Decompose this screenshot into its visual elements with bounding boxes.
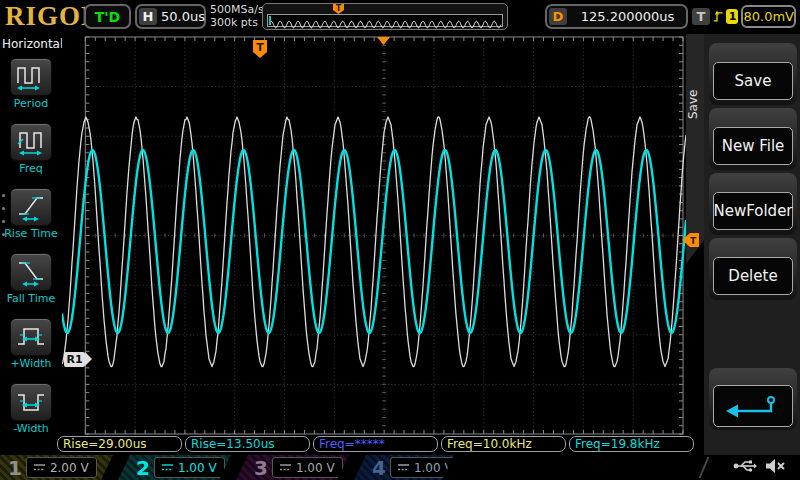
sidebar-item-label: +Width [0, 357, 62, 370]
sidebar-item-fall-time[interactable]: Fall Time [0, 253, 62, 305]
measurement-3: Freq=***** [313, 436, 438, 452]
channel-2-indicator: 2 1.00 V [118, 455, 231, 480]
sidebar-item-label: Fall Time [0, 292, 62, 305]
menu-slot-new-file: New File [709, 108, 797, 170]
neg-width-icon [16, 387, 46, 417]
menu-tab-title: Save [686, 74, 704, 134]
channel-3-indicator: 3 1.00 V [236, 455, 349, 480]
horizontal-key-icon: H [139, 8, 157, 25]
channel-4-scale: 1.00 V [414, 461, 453, 475]
acquisition-info: 500MSa/s 300k pts [210, 3, 264, 29]
trigger-level-value: 80.0mV [741, 5, 796, 28]
preview-left-notch [269, 16, 271, 25]
oscilloscope-screen: RIGOL T'D H 50.0us 500MSa/s 300k pts T D… [0, 0, 800, 480]
delete-button[interactable]: Delete [713, 257, 793, 295]
pos-width-icon [16, 322, 46, 352]
channel-4-number: 4 [372, 457, 386, 479]
waveform-trace-channel-2 [62, 150, 686, 333]
save-button[interactable]: Save [713, 62, 793, 100]
measurement-4: Freq=10.0kHz [441, 436, 566, 452]
svg-text:T: T [336, 4, 342, 13]
status-separator [699, 457, 710, 478]
sidebar-item-label: Freq [0, 162, 62, 175]
menu-tab-background [686, 34, 704, 264]
sidebar-item-label: Rise Time [0, 227, 62, 240]
sidebar-item-neg-width[interactable]: -Width [0, 383, 62, 435]
dc-coupling-icon [34, 463, 45, 472]
trigger-settings-indicator: T 1 80.0mV [690, 4, 798, 29]
menu-slot-delete: Delete [709, 238, 797, 300]
new-file-button[interactable]: New File [713, 127, 793, 165]
trigger-key-icon: T [692, 8, 710, 25]
channel-3-scale: 1.00 V [296, 461, 335, 475]
trigger-status-text: T'D [95, 9, 120, 25]
channel-1-number: 1 [8, 457, 22, 479]
sidebar-item-pos-width[interactable]: +Width [0, 318, 62, 370]
delay-key-icon: D [549, 8, 567, 25]
rise-time-icon [16, 192, 46, 222]
menu-slot-back [709, 368, 797, 430]
softkey-menu: Save New File NewFolder Delete [704, 34, 800, 455]
freq-icon [16, 127, 46, 157]
fall-time-icon [16, 257, 46, 287]
sidebar-item-period[interactable]: Period [0, 58, 62, 110]
preview-strip [267, 14, 503, 27]
measure-sidebar: Horizontal Period Freq [0, 34, 62, 455]
svg-text:T: T [256, 41, 264, 54]
measurement-results-row: Rise=29.00us Rise=13.50us Freq=***** Fre… [57, 436, 703, 453]
measurement-1: Rise=29.00us [57, 436, 182, 452]
speaker-muted-icon [765, 458, 785, 474]
sidebar-item-label: -Width [0, 422, 62, 435]
dc-coupling-icon [162, 463, 173, 472]
memory-depth: 300k pts [210, 16, 264, 29]
menu-slot-save: Save [709, 43, 797, 105]
new-folder-button[interactable]: NewFolder [713, 192, 793, 230]
dc-coupling-icon [398, 463, 409, 472]
preview-trigger-position-icon: T [333, 4, 344, 14]
menu-tab-strip: Save T [686, 34, 704, 455]
delay-indicator: D 125.200000us [545, 4, 688, 29]
trigger-level-marker-icon: T [682, 232, 699, 248]
top-status-bar: RIGOL T'D H 50.0us 500MSa/s 300k pts T D… [0, 0, 800, 35]
status-icons [733, 458, 785, 474]
svg-text:T: T [690, 236, 697, 246]
channel-status-bar: 1 2.00 V 2 1.00 V 3 1.00 V 4 [0, 455, 800, 480]
measurement-2: Rise=13.50us [185, 436, 310, 452]
sidebar-item-freq[interactable]: Freq [0, 123, 62, 175]
timebase-value: 50.0us [161, 9, 205, 24]
trigger-edge-icon [713, 8, 723, 25]
trigger-status-indicator: T'D [84, 4, 131, 29]
channel-1-indicator: 1 2.00 V [0, 455, 113, 480]
sidebar-title: Horizontal [0, 34, 62, 51]
waveform-display: T R1 Rise=29.00us Rise=13.50us Freq=****… [62, 34, 686, 455]
measurement-5: Freq=19.8kHz [569, 436, 694, 452]
trigger-center-marker-icon [377, 37, 390, 45]
usb-icon [733, 459, 757, 473]
dc-coupling-icon [280, 463, 291, 472]
channel-1-scale: 2.00 V [50, 461, 89, 475]
reference-marker: R1 [64, 352, 85, 367]
channel-2-scale: 1.00 V [178, 461, 217, 475]
waveform-position-preview: T [262, 3, 508, 30]
return-arrow-icon [723, 392, 783, 420]
channel-4-indicator: 4 1.00 V [354, 455, 454, 480]
menu-slot-new-folder: NewFolder [709, 173, 797, 235]
sidebar-item-rise-time[interactable]: Rise Time [0, 188, 62, 240]
sample-rate: 500MSa/s [210, 3, 264, 16]
trigger-source-badge: 1 [726, 9, 738, 24]
back-button[interactable] [713, 385, 793, 427]
sidebar-scroll-dots [2, 194, 5, 246]
timebase-indicator: H 50.0us [135, 4, 206, 29]
channel-3-number: 3 [254, 457, 268, 479]
sidebar-item-label: Period [0, 97, 62, 110]
delay-value: 125.200000us [571, 9, 684, 24]
channel-2-number: 2 [136, 457, 150, 479]
preview-waveform [268, 19, 502, 30]
period-icon [16, 62, 46, 92]
graticule-and-waveforms: T [62, 36, 686, 437]
